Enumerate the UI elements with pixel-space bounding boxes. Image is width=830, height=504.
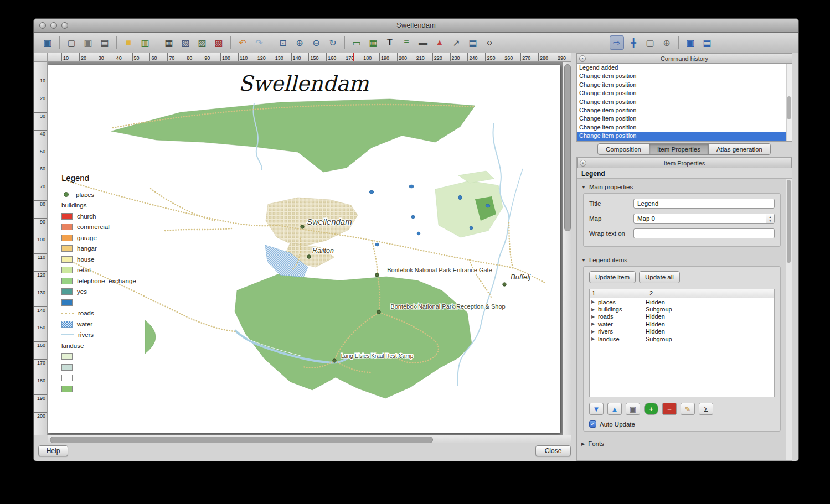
history-item[interactable]: Change item position [577,72,792,80]
add-image-icon[interactable]: ▦ [366,35,380,50]
table-row[interactable]: ▶riversHidden [590,328,774,335]
expander-icon[interactable]: ▶ [591,336,598,341]
expander-icon[interactable]: ▶ [591,314,598,319]
scrollbar-thumb[interactable] [564,64,571,231]
new-composition-icon[interactable]: ▢ [64,35,79,50]
history-item[interactable]: Change item position [577,89,792,97]
remove-item-icon[interactable]: − [662,403,677,415]
select-item-icon[interactable]: ▢ [643,35,657,50]
auto-update-row: ✓ Auto Update [589,420,775,428]
history-scrollbar[interactable] [786,64,792,141]
history-item[interactable]: Legend added [577,64,792,72]
close-button[interactable]: Close [535,445,571,456]
history-item[interactable]: Change item position [577,98,792,106]
zoom-out-icon[interactable]: ⊖ [309,35,323,50]
composition-page[interactable]: Swellendam Railton Bontebok National Par… [48,65,560,433]
history-item[interactable]: Change item position [577,123,792,132]
export-svg-icon[interactable]: ▨ [195,35,209,50]
tab-item-properties[interactable]: Item Properties [649,143,709,155]
save-icon[interactable]: ▣ [40,35,55,50]
legend-title: Legend [61,173,167,183]
item-properties-title: Item Properties [664,160,705,167]
tab-atlas-generation[interactable]: Atlas generation [708,143,771,155]
duplicate-composition-icon[interactable]: ▣ [81,35,95,50]
move-item-down-icon[interactable]: ▼ [589,403,604,415]
print-icon[interactable]: ▦ [162,35,176,50]
panel-scrollbar[interactable] [786,179,792,460]
expander-icon[interactable]: ▶ [591,299,598,304]
fonts-section-header[interactable]: ▶ Fonts [581,440,786,447]
table-row[interactable]: ▶placesHidden [590,298,774,305]
table-row[interactable]: ▶landuseSubgroup [590,335,774,342]
expander-icon[interactable]: ▶ [591,321,598,326]
dock-tabs: Composition Item Properties Atlas genera… [597,143,771,155]
scrollbar-thumb[interactable] [787,180,791,263]
place-dot [307,255,311,258]
legend-items-section-header[interactable]: ▼ Legend items [581,257,786,263]
redo-icon[interactable]: ↷ [252,35,266,50]
undo-icon[interactable]: ↶ [235,35,250,50]
history-item[interactable]: Change item position [577,106,792,115]
export-pdf-icon[interactable]: ▩ [212,35,226,50]
table-row[interactable]: ▶roadsHidden [590,313,774,320]
add-legend-icon[interactable]: ≡ [399,35,414,50]
legend-entry [61,351,167,362]
scrollbar-thumb[interactable] [787,96,791,119]
add-map-icon[interactable]: ▭ [349,35,364,50]
composition-title-label[interactable]: Swellendam [48,71,560,96]
table-row[interactable]: ▶waterHidden [590,320,774,328]
move-item-icon[interactable]: ⇨ [610,35,624,50]
update-item-button[interactable]: Update item [589,271,636,283]
scrollbar-thumb[interactable] [50,437,433,443]
close-panel-icon[interactable]: × [579,55,586,62]
titlebar[interactable]: Swellendam [34,19,798,33]
history-item[interactable]: Change item position [577,115,792,123]
forest-polygon [111,99,475,172]
composer-canvas[interactable]: Swellendam Railton Bontebok National Par… [48,62,571,435]
add-table-icon[interactable]: ▤ [466,35,480,50]
add-arrow-icon[interactable]: ↗ [449,35,463,50]
history-item-selected[interactable]: Change item position [577,132,792,140]
update-all-button[interactable]: Update all [639,271,680,283]
canvas-horizontal-scrollbar[interactable] [48,435,571,443]
edit-item-icon[interactable]: ✎ [681,403,695,415]
save-as-template-icon[interactable]: ▥ [138,35,152,50]
legend-item-on-page[interactable]: Legend places buildings church commercia… [61,173,167,394]
raise-items-icon[interactable]: ▣ [683,35,698,50]
expander-icon[interactable]: ▶ [591,329,598,334]
composer-manager-icon[interactable]: ▤ [97,35,112,50]
tab-composition[interactable]: Composition [597,143,649,155]
command-history-panel: × Command history Legend added Change it… [576,53,792,142]
export-image-icon[interactable]: ▧ [178,35,193,50]
expander-icon[interactable]: ▶ [591,307,598,312]
help-button[interactable]: Help [38,445,68,456]
sum-icon[interactable]: Σ [699,403,713,415]
item-properties-content: ▼ Main properties Title Map Map 0 ▲▼ [577,179,786,460]
add-label-icon[interactable]: T [383,35,397,50]
canvas-vertical-scrollbar[interactable] [563,62,571,435]
add-shape-icon[interactable]: ▲ [432,35,447,50]
move-item-up-icon[interactable]: ▲ [607,403,622,415]
add-scalebar-icon[interactable]: ▬ [416,35,430,50]
map-dropdown[interactable]: Map 0 ▲▼ [633,214,775,224]
zoom-in-icon[interactable]: ⊕ [292,35,307,50]
open-folder-icon[interactable]: ■ [121,35,136,50]
stepper-icon[interactable]: ▲▼ [766,214,774,223]
zoom-item-icon[interactable]: ⊕ [659,35,674,50]
close-panel-icon[interactable]: × [580,160,586,167]
add-item-icon[interactable]: + [644,403,658,415]
refresh-icon[interactable]: ↻ [326,35,340,50]
align-items-icon[interactable]: ▤ [700,35,714,50]
move-content-icon[interactable]: ╋ [626,35,641,50]
history-item[interactable]: Change item position [577,81,792,89]
add-html-icon[interactable]: ‹› [482,35,497,50]
table-row[interactable]: ▶buildingsSubgroup [590,305,774,313]
title-input[interactable] [633,199,775,209]
telephone-exchange-swatch [61,278,73,284]
main-properties-section-header[interactable]: ▼ Main properties [581,184,786,190]
legend-entry: roads [61,308,167,319]
zoom-full-icon[interactable]: ⊡ [276,35,290,50]
wrap-text-input[interactable] [633,228,775,238]
copy-item-icon[interactable]: ▣ [626,403,640,415]
auto-update-checkbox[interactable]: ✓ [589,420,596,428]
